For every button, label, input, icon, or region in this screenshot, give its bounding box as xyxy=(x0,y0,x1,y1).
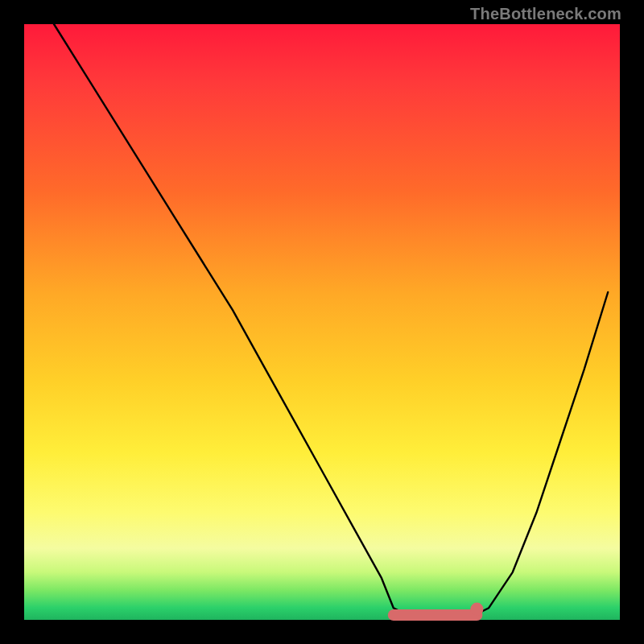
chart-frame: TheBottleneck.com xyxy=(0,0,644,644)
optimal-range-end-dot xyxy=(470,603,483,616)
curve-svg xyxy=(24,24,620,620)
plot-area xyxy=(24,24,620,620)
watermark-text: TheBottleneck.com xyxy=(470,5,621,23)
bottleneck-curve xyxy=(54,24,608,620)
